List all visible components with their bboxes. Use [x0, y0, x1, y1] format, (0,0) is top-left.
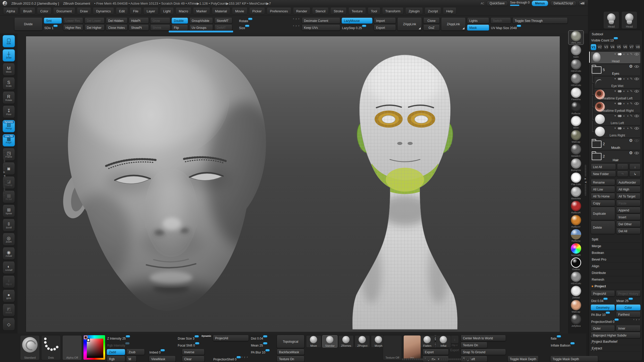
polypaint-brush-icon[interactable]: ✎	[630, 114, 633, 117]
section-row[interactable]: Boolean	[591, 249, 641, 256]
rename-button[interactable]: Rename	[591, 179, 615, 185]
visibility-eye-icon[interactable]	[634, 77, 639, 80]
inflate-slider[interactable]: flatex y z	[550, 335, 598, 341]
left-tool-button[interactable]: Line Fill ▦ PolyF	[3, 134, 15, 146]
polypaint-brush-icon[interactable]: ✎	[630, 53, 633, 56]
section-row[interactable]: Remesh	[591, 276, 641, 283]
uv-groups-button[interactable]: Uv Groups	[189, 25, 213, 31]
draw-size-slider[interactable]: Draw Size 3Dynamic	[177, 335, 211, 341]
project-section-header[interactable]: Project	[591, 283, 641, 290]
wireframe-head-render[interactable]	[350, 52, 460, 332]
subtool-row[interactable]: ▼ ◐ ◑ ✎ ⚙ Head	[591, 51, 641, 64]
brush-tile[interactable]: Inflat	[436, 335, 451, 348]
left-tool-button[interactable]: ◇	[3, 318, 15, 331]
material-item[interactable]: Outline	[569, 257, 583, 271]
sculpt-head-render[interactable]	[33, 36, 301, 332]
brush-tile[interactable]: ZProject	[355, 335, 370, 348]
menu-item[interactable]: Texture	[348, 8, 366, 14]
project-history-button[interactable]: Project History	[616, 291, 641, 297]
texture-off-thumbnail[interactable]: Texture Off	[383, 335, 402, 360]
toggle-see-through-button[interactable]: Toggle See-Through	[512, 18, 568, 24]
left-tool-button[interactable]: ● BPR	[3, 290, 15, 302]
left-tool-button[interactable]: ⊞ Xpose	[3, 205, 15, 217]
extract-row[interactable]: Extract	[591, 345, 641, 352]
rgb-button[interactable]: Rgb	[107, 356, 125, 362]
new-folder-button[interactable]: New Folder	[591, 171, 616, 177]
subtool-row[interactable]: ▼ ◐ ◑ ✎ ⚙ Lens Left	[594, 113, 641, 125]
material-scroll[interactable]: ▶ ◀	[584, 165, 587, 196]
menu-item[interactable]: Render	[293, 8, 311, 14]
material-item[interactable]: ReflectR	[569, 201, 583, 214]
del-lower-button[interactable]: Del Lower	[84, 18, 105, 24]
subtool-row[interactable]: ▼ ◐ ◑ ✎ ⚙ Lens Right	[594, 126, 641, 138]
funnel-icon[interactable]: ▼	[614, 114, 616, 117]
section-row[interactable]: Distribute	[591, 270, 641, 276]
goz-button[interactable]: GoZ	[423, 25, 440, 31]
section-row[interactable]: Bevel Pro	[591, 256, 641, 263]
menu-item[interactable]: Marker	[193, 8, 210, 14]
menu-item[interactable]: Light	[160, 8, 174, 14]
menu-item[interactable]: Alpha	[3, 8, 18, 14]
mean-slider[interactable]: Mean 25	[616, 298, 641, 304]
geometry-button[interactable]: Geometry	[591, 305, 615, 311]
sdiv-slider[interactable]: SDiv 1	[44, 25, 62, 31]
menu-item[interactable]: Movie	[232, 8, 248, 14]
menu-item[interactable]: Brush	[20, 8, 35, 14]
projectall-button[interactable]: ProjectAll	[213, 335, 249, 341]
left-tool-button[interactable]: ↧ Floor	[3, 106, 15, 118]
lower-res-button[interactable]: Lower Res	[63, 18, 83, 24]
section-row[interactable]: Merge	[591, 243, 641, 249]
material-item[interactable]: NormalR	[569, 243, 583, 257]
rgb-intensity-slider[interactable]: Rgb Intensity	[107, 342, 147, 348]
polypaint-dots-icon[interactable]	[618, 127, 622, 130]
material-item[interactable]: zbro_mo	[569, 31, 583, 44]
bottom-scrollbar[interactable]: ▲ ▼	[402, 358, 471, 360]
menu-item[interactable]: Dynamics	[93, 8, 114, 14]
funnel-icon[interactable]: ▼	[614, 102, 616, 105]
left-tool-button[interactable]: ⇳ Scroll	[3, 219, 15, 231]
subtool-header[interactable]: Subtool	[591, 32, 641, 37]
visible-count-slider[interactable]: Visible Count 13	[591, 37, 641, 43]
brush-tile[interactable]: Standar	[322, 335, 337, 348]
groupvisible-button[interactable]: GroupVisible	[189, 18, 213, 24]
contrast-icon[interactable]: ◑	[627, 77, 629, 80]
left-tool-button[interactable]: ◉ Actual	[3, 247, 15, 260]
menu-item[interactable]: Stencil	[312, 8, 329, 14]
material-item[interactable]: MetalicC	[569, 144, 583, 158]
move-into-folder-button[interactable]: ↳	[629, 171, 641, 177]
material-item[interactable]: Satin	[569, 45, 583, 58]
menu-item[interactable]: Transform	[382, 8, 404, 14]
size-slider[interactable]: Sizex y z	[239, 25, 300, 31]
smt-button[interactable]: Smt	[44, 18, 62, 24]
halftone-icon[interactable]: ◐	[623, 127, 625, 130]
rotate-slider[interactable]: Rotatex y z	[239, 18, 300, 24]
dist-slider[interactable]: Dist 0.04	[250, 335, 275, 341]
del-other-button[interactable]: Del Other	[616, 221, 641, 227]
append-button[interactable]: Append	[616, 207, 641, 213]
contrast-icon[interactable]: ◑	[627, 114, 629, 117]
alpha-thumbnail[interactable]: Alpha Off	[62, 335, 82, 360]
visibility-eye-icon[interactable]	[634, 90, 639, 93]
lazymouse-button[interactable]: LazyMouse	[342, 18, 372, 24]
menu-item[interactable]: Tool	[368, 8, 380, 14]
left-tool-button[interactable]: Dynamic ▤ Persp	[3, 120, 15, 132]
material-item[interactable]: HSVColo	[569, 272, 583, 285]
tool-thumbnail[interactable]: Head	[621, 11, 637, 29]
showpt-button[interactable]: ShowPt	[129, 25, 149, 31]
left-tool-button[interactable]: M Move	[3, 63, 15, 76]
material-item[interactable]: ReflectY	[569, 215, 583, 228]
polypaint-brush-icon[interactable]: ✎	[630, 127, 633, 130]
scroll-right-icon[interactable]: ▶	[585, 177, 587, 180]
material-item[interactable]: JellyBea	[569, 314, 583, 327]
version-tab[interactable]: V8	[635, 44, 641, 50]
brush-thumbnail[interactable]: Standard	[20, 335, 40, 360]
menu-item[interactable]: Zscript	[425, 8, 441, 14]
scroll-left-icon[interactable]: ◀	[585, 181, 587, 183]
subtool-row[interactable]: ▼ ◐ ◑ ✎ ⚙ Eye Wet	[594, 76, 641, 88]
polypaint-brush-icon[interactable]: ✎	[630, 77, 633, 80]
folder-gear-icon[interactable]: ⚙	[629, 151, 633, 154]
material-item[interactable]: ZMetal	[569, 286, 583, 299]
left-tray-toggle-icon[interactable]: ◀	[579, 1, 586, 6]
scroll-left-icon[interactable]: ◀	[4, 174, 5, 177]
double-button[interactable]: Double	[172, 18, 188, 24]
